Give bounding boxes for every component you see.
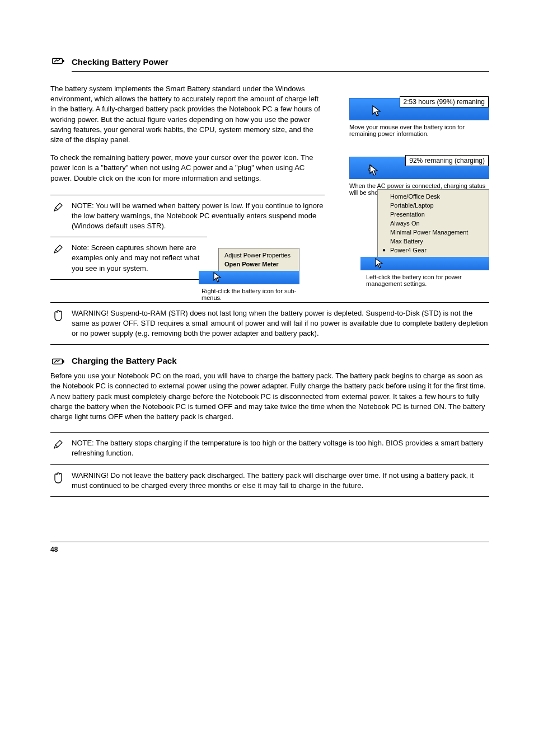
page-number: 48	[50, 546, 58, 553]
scheme-power4-gear[interactable]: Power4 Gear	[378, 246, 489, 255]
scheme-presentation[interactable]: Presentation	[378, 210, 489, 219]
note1-text: NOTE: You will be warned when battery po…	[72, 201, 325, 232]
tray-tooltip-remaining: 2:53 hours (99%) remaning Move your mous…	[349, 98, 489, 137]
paragraph-2: To check the remaining battery power, mo…	[50, 153, 325, 184]
scheme-home-office[interactable]: Home/Office Desk	[378, 192, 489, 201]
page-footer: 48	[50, 542, 489, 553]
note3-text: NOTE: The battery stops charging if the …	[72, 438, 489, 458]
warning-hand-icon	[50, 471, 66, 484]
cursor-icon	[375, 258, 384, 269]
pencil-icon	[50, 243, 66, 254]
svg-rect-3	[63, 360, 64, 363]
pencil-icon	[50, 438, 66, 449]
charging-title: Charging the Battery Pack	[72, 356, 177, 365]
cursor-icon	[368, 164, 379, 176]
power-scheme-menu-snippet: Home/Office Desk Portable/Laptop Present…	[377, 189, 489, 287]
paragraph-1: The battery system implements the Smart …	[50, 84, 325, 145]
tooltip1-caption: Move your mouse over the battery icon fo…	[349, 124, 489, 137]
scheme-always-on[interactable]: Always On	[378, 219, 489, 228]
note2-text: Note: Screen captures shown here are exa…	[72, 243, 213, 274]
note-low-battery: NOTE: You will be warned when battery po…	[50, 201, 325, 232]
cursor-icon	[372, 105, 382, 118]
section-header: Checking Battery Power	[50, 56, 489, 78]
scheme-max-battery[interactable]: Max Battery	[378, 237, 489, 246]
charging-tooltip: 92% remaning (charging)	[405, 155, 489, 166]
warning-text: WARNING! Suspend-to-RAM (STR) does not l…	[72, 308, 489, 339]
pencil-icon	[50, 201, 66, 212]
cursor-icon	[213, 272, 222, 283]
charging-body: Before you use your Notebook PC on the r…	[50, 371, 489, 422]
scheme-portable-laptop[interactable]: Portable/Laptop	[378, 201, 489, 210]
battery-tooltip: 2:53 hours (99%) remaning	[400, 96, 489, 107]
context-menu[interactable]: Adjust Power Properties Open Power Meter	[218, 248, 299, 271]
scheme-minimal-power[interactable]: Minimal Power Management	[378, 228, 489, 237]
power-menu-caption: Left-click the battery icon for power ma…	[366, 274, 484, 287]
section-title: Checking Battery Power	[72, 56, 489, 72]
note-examples: Note: Screen captures shown here are exa…	[50, 243, 213, 274]
battery-context-menu-snippet: Adjust Power Properties Open Power Meter…	[218, 248, 299, 301]
warning-discharge: WARNING! Do not leave the battery pack d…	[50, 465, 489, 497]
context-menu-caption: Right-click the battery icon for sub-men…	[202, 288, 297, 301]
warning2-text: WARNING! Do not leave the battery pack d…	[72, 471, 489, 491]
power-scheme-menu[interactable]: Home/Office Desk Portable/Laptop Present…	[377, 189, 489, 257]
menu-item-adjust-power[interactable]: Adjust Power Properties	[219, 251, 299, 260]
menu-item-open-power-meter[interactable]: Open Power Meter	[219, 260, 299, 269]
battery-outline-icon	[50, 56, 66, 65]
battery-outline-icon	[50, 356, 66, 365]
svg-rect-1	[63, 60, 64, 62]
warning-hand-icon	[50, 308, 66, 322]
warning-str-std: WARNING! Suspend-to-RAM (STR) does not l…	[50, 302, 489, 345]
note-temperature: NOTE: The battery stops charging if the …	[50, 432, 489, 464]
